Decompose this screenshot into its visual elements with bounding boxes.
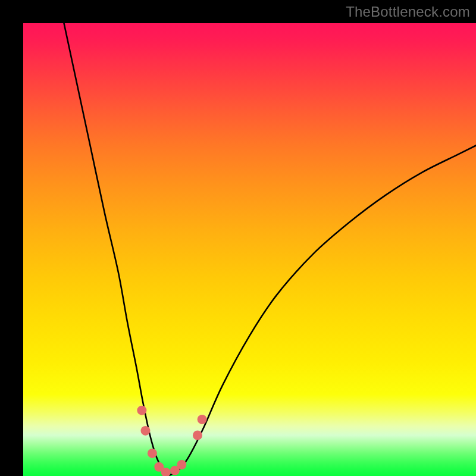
bottleneck-curve: [23, 23, 476, 476]
chart-container: TheBottleneck.com: [0, 0, 476, 476]
curve-marker: [198, 415, 207, 424]
curve-path: [64, 23, 476, 475]
curve-marker: [148, 449, 157, 458]
watermark-text: TheBottleneck.com: [346, 4, 470, 20]
curve-marker: [177, 460, 186, 469]
curve-marker: [193, 431, 202, 440]
curve-marker: [140, 426, 150, 436]
curve-marker: [137, 406, 146, 415]
plot-area: [23, 23, 476, 476]
